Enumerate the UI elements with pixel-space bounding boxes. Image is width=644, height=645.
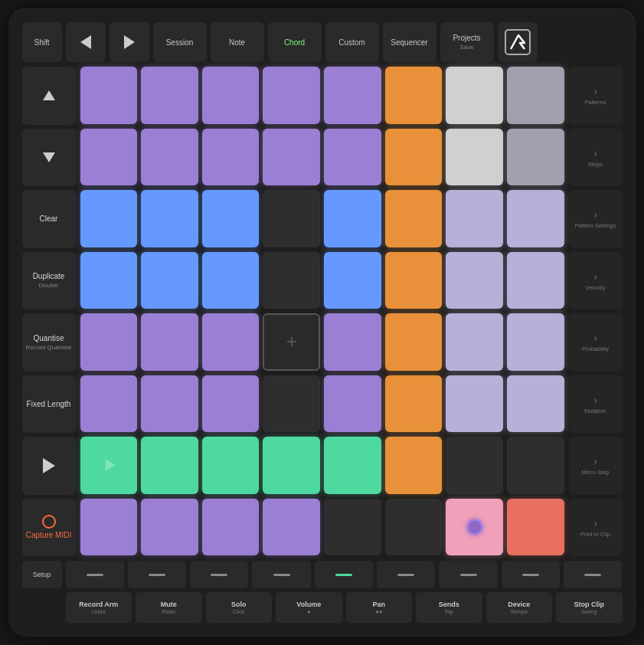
nav-left-button[interactable] [66,22,106,62]
pattern-settings-button[interactable]: › Pattern Settings [569,190,623,248]
pad-4-5[interactable] [385,313,443,371]
probability-button[interactable]: › Probability [569,313,623,372]
pad-2-5[interactable] [385,190,443,247]
pad-0-4[interactable] [324,67,381,124]
dash-btn-5[interactable] [315,561,373,588]
pad-7-3[interactable] [263,499,320,556]
pad-2-1[interactable] [141,190,198,247]
sequencer-button[interactable]: Sequencer [383,22,436,62]
pad-5-7[interactable] [507,375,564,433]
print-to-clip-button[interactable]: › Print to Clip [569,499,623,557]
pad-6-2[interactable] [202,437,260,494]
pad-0-3[interactable] [263,67,320,124]
pad-4-1[interactable] [141,313,198,371]
pad-0-2[interactable] [202,67,260,124]
down-button[interactable] [22,129,76,187]
pad-4-3[interactable] [263,313,320,371]
projects-button[interactable]: Projects Save [440,22,494,62]
micro-step-button[interactable]: › Micro-Step [569,437,623,495]
dash-btn-2[interactable] [128,561,186,588]
pad-1-4[interactable] [324,129,381,186]
dash-btn-8[interactable] [502,561,560,588]
pad-7-1[interactable] [141,499,198,556]
pad-7-6[interactable] [446,499,503,556]
pad-1-6[interactable] [446,129,503,186]
steps-button[interactable]: › Steps [569,129,623,187]
pad-4-7[interactable] [507,313,564,371]
pad-5-1[interactable] [141,375,198,433]
custom-button[interactable]: Custom [325,22,379,62]
pad-5-2[interactable] [202,375,260,433]
pad-6-7[interactable] [507,437,564,494]
pad-3-0[interactable] [80,252,138,309]
pad-4-0[interactable] [80,313,138,371]
clear-button[interactable]: Clear [22,190,76,248]
pad-1-5[interactable] [385,129,443,186]
volume-button[interactable]: Volume ● [276,592,342,623]
pad-1-2[interactable] [202,129,260,186]
pad-2-0[interactable] [80,190,138,247]
pad-2-4[interactable] [324,190,381,247]
pad-7-0[interactable] [80,499,138,556]
note-button[interactable]: Note [211,22,264,62]
pad-7-5[interactable] [385,499,443,556]
pad-7-4[interactable] [324,499,381,556]
pad-5-4[interactable] [324,375,381,433]
play-button[interactable] [22,437,76,495]
pan-button[interactable]: Pan ●● [346,592,413,623]
pad-1-0[interactable] [80,129,138,186]
pad-6-6[interactable] [446,437,503,494]
sends-button[interactable]: Sends Tap [416,592,482,623]
pad-1-1[interactable] [141,129,198,186]
pad-6-4[interactable] [324,437,381,494]
dash-btn-4[interactable] [252,561,310,588]
pad-3-5[interactable] [385,252,443,309]
pad-5-3[interactable] [263,375,320,433]
mutation-button[interactable]: › Mutation [569,375,623,434]
pad-3-1[interactable] [141,252,198,309]
dash-btn-7[interactable] [439,561,497,588]
quantise-button[interactable]: Quantise Record Quantise [22,313,76,372]
setup-button[interactable]: Setup [22,561,62,588]
pad-0-7[interactable] [507,67,564,124]
pad-6-3[interactable] [263,437,320,494]
dash-btn-1[interactable] [66,561,124,588]
pad-3-2[interactable] [202,252,260,309]
pad-2-6[interactable] [446,190,503,247]
record-arm-button[interactable]: Record Arm Undo [66,592,132,623]
fixed-length-button[interactable]: Fixed Length [22,375,76,434]
shift-button[interactable]: Shift [22,22,62,62]
velocity-button[interactable]: › Velocity [569,252,623,310]
logo-button[interactable] [498,22,538,62]
pad-1-7[interactable] [507,129,564,186]
mute-button[interactable]: Mute Redo [136,592,202,623]
pad-0-5[interactable] [385,67,443,124]
pad-2-7[interactable] [507,190,564,247]
pad-3-7[interactable] [507,252,564,309]
pad-5-0[interactable] [80,375,138,433]
pad-4-6[interactable] [446,313,503,371]
chord-button[interactable]: Chord [268,22,322,62]
device-button[interactable]: Device Tempo [486,592,553,623]
duplicate-button[interactable]: Duplicate Double [22,252,76,310]
pad-7-7[interactable] [507,499,564,556]
solo-button[interactable]: Solo Click [206,592,273,623]
patterns-button[interactable]: › Patterns [569,67,623,125]
pad-6-1[interactable] [141,437,198,494]
pad-6-5[interactable] [385,437,443,494]
pad-3-3[interactable] [263,252,320,309]
dash-btn-3[interactable] [190,561,248,588]
session-button[interactable]: Session [153,22,207,62]
pad-7-2[interactable] [202,499,260,556]
pad-6-0[interactable] [80,437,138,494]
pad-3-4[interactable] [324,252,381,309]
pad-2-3[interactable] [263,190,320,247]
stop-clip-button[interactable]: Stop Clip Swing [556,592,623,623]
pad-0-0[interactable] [80,67,138,124]
up-button[interactable] [22,67,76,125]
pad-5-5[interactable] [385,375,443,433]
nav-right-button[interactable] [110,22,149,62]
capture-midi-button[interactable]: Capture MIDI [22,499,76,557]
pad-5-6[interactable] [446,375,503,433]
pad-0-1[interactable] [141,67,198,124]
